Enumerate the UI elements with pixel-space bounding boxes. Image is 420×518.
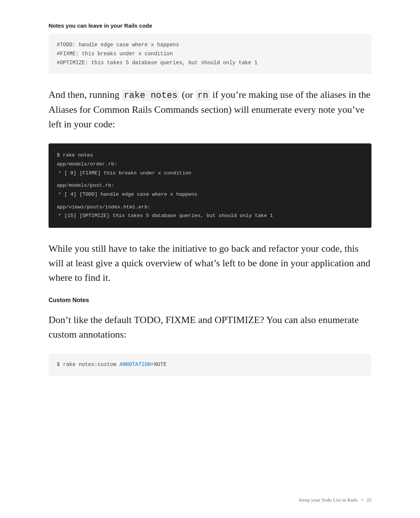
custom-code-equals: =NOTE: [151, 362, 167, 367]
custom-notes-heading: Custom Notes: [49, 297, 371, 304]
terminal-block: $ rake notes app/models/order.rb: * [ 8]…: [49, 143, 371, 227]
terminal-line-8: * [15] [OPTIMIZE] this takes 5 database …: [57, 211, 363, 220]
prose-paragraph-2: While you still have to take the initiat…: [49, 241, 371, 285]
terminal-line-5: * [ 4] [TODO] handle edge case where x h…: [57, 190, 363, 199]
code-line-2: #FIXME: this breaks under x condition: [57, 50, 363, 59]
prose1-text-before: And then, running: [49, 89, 122, 100]
terminal-line-0: $ rake notes: [57, 151, 363, 160]
terminal-line-1: app/models/order.rb:: [57, 160, 363, 169]
prose1-inline-code2: rn: [196, 90, 210, 101]
footer-separator: •: [361, 497, 363, 503]
prose1-text-between: (or: [179, 89, 195, 100]
terminal-line-7: app/views/posts/index.html.erb:: [57, 203, 363, 212]
terminal-blank-2: [57, 199, 363, 203]
custom-code-prefix: $ rake notes:custom: [57, 362, 119, 367]
code-block-custom: $ rake notes:custom ANNOTATION=NOTE: [49, 354, 371, 376]
section1-heading: Notes you can leave in your Rails code: [49, 22, 371, 29]
terminal-line-2: * [ 8] [FIXME] this breaks under x condi…: [57, 169, 363, 178]
prose-paragraph-1: And then, running rake notes (or rn if y…: [49, 87, 371, 131]
prose1-inline-code1: rake notes: [122, 90, 179, 101]
footer-page-number: 25: [367, 497, 372, 503]
prose-paragraph-3: Don’t like the default TODO, FIXME and O…: [49, 313, 371, 342]
code-block-light: #TODO: handle edge case where x happens …: [49, 34, 371, 74]
footer-text: Keep your Todo List in Rails: [299, 497, 358, 503]
terminal-line-4: app/models/post.rb:: [57, 181, 363, 190]
terminal-blank-1: [57, 177, 363, 181]
page-container: Notes you can leave in your Rails code #…: [0, 0, 420, 419]
code-line-1: #TODO: handle edge case where x happens: [57, 41, 363, 50]
code-line-3: #OPTIMIZE: this takes 5 database queries…: [57, 59, 363, 68]
custom-code-keyword: ANNOTATION: [119, 362, 151, 367]
page-footer: Keep your Todo List in Rails • 25: [299, 497, 371, 503]
